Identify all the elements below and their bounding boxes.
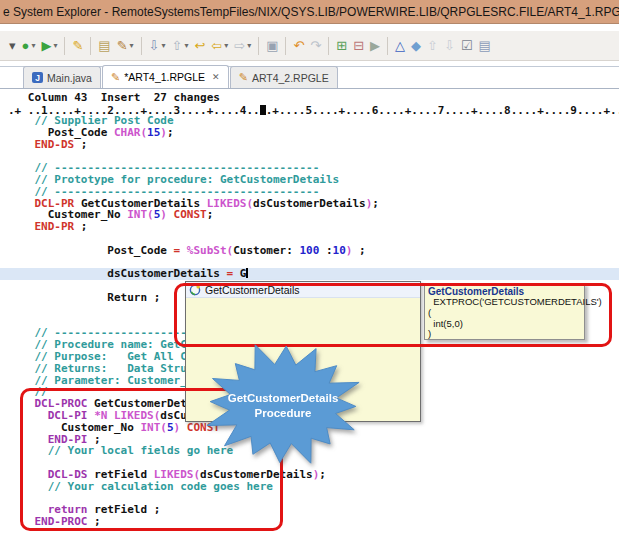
forward-button[interactable]: ⇨▾ <box>232 35 253 57</box>
move-up-icon: ⇧ <box>427 35 438 57</box>
debug-dropdown-icon[interactable]: ▾ <box>31 41 35 50</box>
tab-art4_1rpgle[interactable]: ✎*ART4_1.RPGLE✕ <box>102 65 229 88</box>
code-line: Post_Code = %SubSt(Customer: 100 :10) ; <box>0 245 619 257</box>
debug-button[interactable]: ●▾ <box>20 35 38 57</box>
text-cursor <box>246 268 248 278</box>
toolbar-separator <box>285 37 286 55</box>
minimize-view-icon: ⊟ <box>353 35 364 57</box>
toolbar-separator <box>387 37 388 55</box>
code-line: Customer_No INT(5) CONST; <box>0 209 619 221</box>
toolbar-separator <box>64 37 65 55</box>
show-source-button[interactable]: ▤ <box>477 35 493 57</box>
resume-button[interactable]: ▶ <box>368 35 382 57</box>
code-line-current: dsCustomerDetails = G <box>0 268 619 280</box>
redo-icon: ↷ <box>310 35 321 57</box>
minimize-view-button[interactable]: ⊟ <box>351 35 366 57</box>
forward-dropdown-icon[interactable]: ▾ <box>247 41 251 50</box>
link-with-editor-button[interactable]: ▣ <box>264 35 280 57</box>
main-toolbar: ▾●▾▶▾✎▤✎▾⇩▾⇧▾↩⇦▾⇨▾▣↶↷⊞⊟▶△◆⇧⇩☑▤ <box>0 31 619 61</box>
toolbar-separator <box>90 37 91 55</box>
move-up-button[interactable]: ⇧ <box>425 35 440 57</box>
tab-label: ART4_2.RPGLE <box>252 72 329 84</box>
open-folder-button[interactable]: ▤ <box>96 35 112 57</box>
tab-label: Main.java <box>47 72 92 84</box>
paintbrush-icon: ✎ <box>117 35 128 57</box>
link-with-editor-icon: ▣ <box>266 35 278 57</box>
tab-art4_2rpgle[interactable]: ✎ART4_2.RPGLE <box>230 66 338 88</box>
move-down-icon: ⇩ <box>444 35 455 57</box>
revert-icon: ↶ <box>293 35 304 57</box>
highlighter-icon: ✎ <box>72 35 83 57</box>
editor-status-line: Column 43 Insert 27 changes <box>8 91 220 104</box>
window-title: e System Explorer - RemoteSystemsTempFil… <box>0 5 619 19</box>
rpgle-pencil-icon: ✎ <box>111 71 120 84</box>
outline-view-icon: ◆ <box>411 35 421 57</box>
editor-tab-bar: JMain.java✎*ART4_1.RPGLE✕✎ART4_2.RPGLE <box>0 66 619 89</box>
run-button[interactable]: ▶▾ <box>39 35 59 57</box>
last-edit-location-button[interactable]: ↩ <box>192 35 207 57</box>
redo-button[interactable]: ↷ <box>308 35 323 57</box>
back-icon: ⇦ <box>211 35 222 57</box>
paintbrush-dropdown-icon[interactable]: ▾ <box>130 41 134 50</box>
procedure-callout: GetCustomerDetails Procedure <box>198 338 368 470</box>
compare-delta-icon: △ <box>395 35 405 57</box>
tab-mainjava[interactable]: JMain.java <box>23 66 101 88</box>
tab-label: *ART4_1.RPGLE <box>124 71 205 83</box>
java-file-icon: J <box>32 72 43 83</box>
callout-line2: Procedure <box>255 407 312 419</box>
run-dropdown-icon[interactable]: ▾ <box>53 41 57 50</box>
back-button[interactable]: ⇦▾ <box>209 35 230 57</box>
debug-icon: ● <box>22 35 30 57</box>
outline-view-button[interactable]: ◆ <box>409 35 423 57</box>
revert-button[interactable]: ↶ <box>291 35 306 57</box>
starburst-shape <box>207 345 359 463</box>
toolbar-separator <box>141 37 142 55</box>
push-down-button[interactable]: ⇩▾ <box>147 35 168 57</box>
code-line: Post_Code CHAR(15); <box>0 127 619 139</box>
maximize-view-button[interactable]: ⊞ <box>334 35 349 57</box>
highlighter-button[interactable]: ✎ <box>70 35 85 57</box>
run-icon: ▶ <box>41 35 51 57</box>
menu-dropdown-icon: ▾ <box>9 35 16 57</box>
rpgle-pencil-icon: ✎ <box>239 71 248 84</box>
compare-delta-button[interactable]: △ <box>393 35 407 57</box>
paintbrush-button[interactable]: ✎▾ <box>115 35 136 57</box>
push-up-button[interactable]: ⇧▾ <box>169 35 190 57</box>
show-tasks-icon: ☑ <box>461 35 473 57</box>
title-bar: e System Explorer - RemoteSystemsTempFil… <box>0 0 619 24</box>
toolbar-separator <box>258 37 259 55</box>
toolbar-separator <box>328 37 329 55</box>
callout-line1: GetCustomerDetails <box>228 392 339 404</box>
forward-icon: ⇨ <box>234 35 245 57</box>
code-line: END-DS ; <box>0 139 619 151</box>
resume-icon: ▶ <box>370 35 380 57</box>
open-folder-icon: ▤ <box>98 35 110 57</box>
push-down-icon: ⇩ <box>149 35 160 57</box>
show-source-icon: ▤ <box>479 35 491 57</box>
back-dropdown-icon[interactable]: ▾ <box>224 41 228 50</box>
move-down-button[interactable]: ⇩ <box>442 35 457 57</box>
push-up-dropdown-icon[interactable]: ▾ <box>184 41 188 50</box>
code-line: END-PR ; <box>0 221 619 233</box>
show-tasks-button[interactable]: ☑ <box>459 35 475 57</box>
maximize-view-icon: ⊞ <box>336 35 347 57</box>
menu-dropdown-button[interactable]: ▾ <box>7 35 18 57</box>
push-up-icon: ⇧ <box>171 35 182 57</box>
tab-close-icon[interactable]: ✕ <box>212 72 220 82</box>
push-down-dropdown-icon[interactable]: ▾ <box>161 41 165 50</box>
last-edit-location-icon: ↩ <box>194 35 205 57</box>
